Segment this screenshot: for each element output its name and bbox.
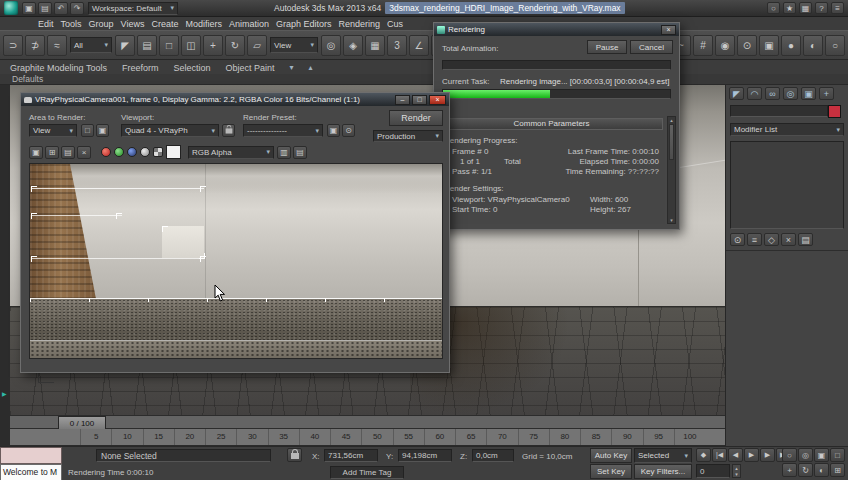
reference-coordinate-dropdown[interactable]: View ▾: [270, 37, 318, 53]
frame-spinner[interactable]: ▴ ▾: [732, 464, 741, 478]
clone-rendered-frame-icon[interactable]: ⊞: [45, 146, 59, 159]
snap-toggle-3d-icon[interactable]: 3: [387, 35, 407, 56]
y-coordinate-field[interactable]: 94,198cm: [398, 449, 452, 462]
application-menu-button[interactable]: [4, 1, 18, 15]
zoom-extents-icon[interactable]: ▣: [814, 448, 829, 462]
render-preset-dropdown[interactable]: --------------- ▾: [243, 124, 323, 137]
window-crossing-icon[interactable]: ◫: [181, 35, 201, 56]
viewport-tab-arrow-icon[interactable]: ▶: [2, 390, 7, 397]
tab-create-icon[interactable]: ◤: [729, 87, 744, 100]
save-image-icon[interactable]: ▣: [29, 146, 43, 159]
rendered-image[interactable]: [29, 163, 443, 359]
zoom-region-icon[interactable]: □: [830, 448, 845, 462]
maximize-button[interactable]: □: [412, 95, 427, 105]
show-end-result-icon[interactable]: ≡: [747, 233, 762, 246]
menu-item[interactable]: Create: [151, 19, 178, 29]
select-object-icon[interactable]: ◤: [115, 35, 135, 56]
menu-item[interactable]: Cus: [387, 19, 403, 29]
use-pivot-point-icon[interactable]: ◎: [321, 35, 341, 56]
tab-motion-icon[interactable]: ◎: [783, 87, 798, 100]
previous-frame-button[interactable]: ◀: [728, 448, 743, 462]
workspace-dropdown[interactable]: Workspace: Default ▾: [88, 2, 178, 15]
add-time-tag-button[interactable]: Add Time Tag: [330, 466, 404, 479]
edit-region-icon[interactable]: □: [81, 124, 94, 137]
set-key-button[interactable]: Set Key: [590, 464, 632, 479]
go-to-start-button[interactable]: |◀: [712, 448, 727, 462]
vfb-titlebar[interactable]: VRayPhysicalCamera001, frame 0, Display …: [21, 93, 449, 106]
search-icon[interactable]: ○: [767, 2, 780, 14]
time-slider-handle[interactable]: 0 / 100: [58, 416, 106, 430]
render-online-icon[interactable]: ○: [825, 35, 845, 56]
select-and-move-icon[interactable]: +: [203, 35, 223, 56]
track-bar[interactable]: 5101520253035404550556065707580859095100: [10, 429, 725, 446]
select-and-manipulate-icon[interactable]: ◈: [343, 35, 363, 56]
render-mode-dropdown[interactable]: Production ▾: [373, 130, 443, 142]
angle-snap-icon[interactable]: ∠: [409, 35, 429, 56]
apps-icon[interactable]: ▦: [799, 2, 812, 14]
undo-icon[interactable]: ↶: [54, 2, 68, 15]
key-mode-toggle-button[interactable]: ◆: [696, 448, 711, 462]
minimize-button[interactable]: –: [395, 95, 410, 105]
next-frame-button[interactable]: ▶: [760, 448, 775, 462]
tab-object-paint[interactable]: Object Paint: [225, 63, 274, 73]
orbit-icon[interactable]: ↻: [798, 463, 813, 477]
selection-filter-dropdown[interactable]: All ▾: [70, 37, 112, 53]
help-icon[interactable]: ?: [815, 2, 828, 14]
scrollbar-thumb[interactable]: [669, 124, 674, 160]
render-iterative-icon[interactable]: ◐: [803, 35, 823, 56]
common-parameters-rollout[interactable]: Common Parameters: [440, 118, 663, 130]
monochrome-toggle[interactable]: [140, 147, 150, 157]
render-setup-icon[interactable]: ⊙: [737, 35, 757, 56]
modifier-stack-list[interactable]: [730, 141, 844, 229]
bind-to-space-warp-icon[interactable]: ≈: [47, 35, 67, 56]
close-button[interactable]: ×: [429, 95, 446, 105]
auto-key-button[interactable]: Auto Key: [590, 448, 632, 463]
save-preset-icon[interactable]: ▣: [327, 124, 340, 137]
menu-item[interactable]: Edit: [38, 19, 54, 29]
configure-modifier-sets-icon[interactable]: ▤: [798, 233, 813, 246]
alpha-channel-toggle[interactable]: [153, 147, 163, 157]
time-slider-track[interactable]: 0 / 100: [10, 415, 725, 429]
selection-lock-icon[interactable]: [287, 448, 302, 462]
menu-item[interactable]: Graph Editors: [276, 19, 332, 29]
area-to-render-dropdown[interactable]: View ▾: [29, 124, 77, 137]
schematic-view-icon[interactable]: #: [693, 35, 713, 56]
tab-selection[interactable]: Selection: [173, 63, 210, 73]
menu-item[interactable]: Tools: [61, 19, 82, 29]
redo-icon[interactable]: ↷: [70, 2, 84, 15]
dialog-close-button[interactable]: ×: [661, 25, 676, 35]
viewport-lock-icon[interactable]: [222, 124, 235, 137]
clear-image-icon[interactable]: ×: [77, 146, 91, 159]
tab-freeform[interactable]: Freeform: [122, 63, 159, 73]
sign-in-icon[interactable]: ★: [783, 2, 796, 14]
menu-item[interactable]: Views: [121, 19, 145, 29]
rendered-frame-window-icon[interactable]: ▣: [759, 35, 779, 56]
field-of-view-icon[interactable]: ◐: [814, 463, 829, 477]
tab-modify-icon[interactable]: ◠: [747, 87, 762, 100]
rectangular-selection-region-icon[interactable]: □: [159, 35, 179, 56]
tab-display-icon[interactable]: ▣: [801, 87, 816, 100]
keying-mode-dropdown[interactable]: Selected ▾: [634, 448, 692, 463]
green-channel-toggle[interactable]: [114, 147, 124, 157]
maxscript-mini-listener[interactable]: Welcome to M: [0, 464, 62, 480]
tab-graphite-modeling-tools[interactable]: Graphite Modeling Tools: [10, 63, 107, 73]
background-color-swatch[interactable]: [166, 145, 181, 159]
select-by-name-icon[interactable]: ▤: [137, 35, 157, 56]
key-filters-button[interactable]: Key Filters...: [634, 464, 692, 479]
ribbon-collapse-icon[interactable]: ▴: [308, 63, 312, 72]
spinner-down-icon[interactable]: ▾: [735, 471, 738, 477]
tab-utilities-icon[interactable]: +: [819, 87, 834, 100]
dialog-titlebar[interactable]: Rendering ×: [434, 23, 679, 36]
viewport-dropdown[interactable]: Quad 4 - VRayPh ▾: [121, 124, 219, 137]
menu-icon[interactable]: ≡: [831, 2, 844, 14]
pin-stack-icon[interactable]: ⊙: [730, 233, 745, 246]
modifier-list-dropdown[interactable]: Modifier List ▾: [730, 123, 844, 136]
unlink-selection-icon[interactable]: ⊅: [25, 35, 45, 56]
render-setup-icon[interactable]: ⊙: [342, 124, 355, 137]
maximize-viewport-icon[interactable]: ⊞: [830, 463, 845, 477]
z-coordinate-field[interactable]: 0,0cm: [472, 449, 514, 462]
menu-item[interactable]: Rendering: [339, 19, 381, 29]
channels-icon[interactable]: ▥: [277, 146, 291, 159]
open-icon[interactable]: ▤: [38, 2, 52, 15]
select-and-scale-icon[interactable]: ▱: [247, 35, 267, 56]
